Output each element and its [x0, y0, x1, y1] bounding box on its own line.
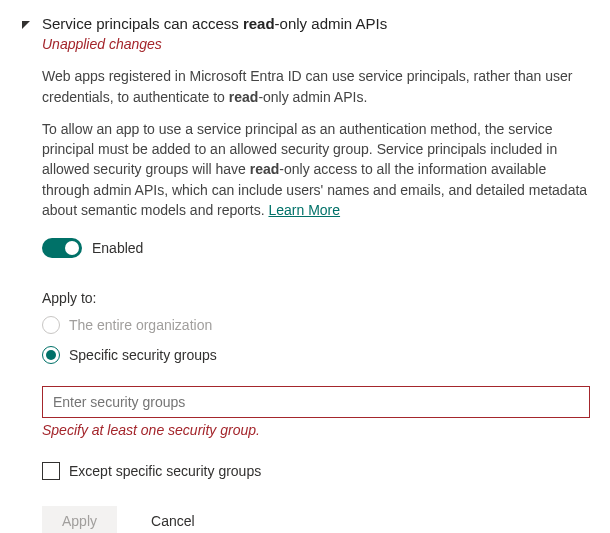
toggle-thumb	[65, 241, 79, 255]
learn-more-link[interactable]: Learn More	[268, 202, 340, 218]
radio-dot-icon	[46, 350, 56, 360]
cancel-button[interactable]: Cancel	[151, 513, 195, 529]
enabled-toggle[interactable]	[42, 238, 82, 258]
enabled-toggle-label: Enabled	[92, 240, 143, 256]
except-groups-checkbox[interactable]: Except specific security groups	[42, 462, 590, 480]
setting-description: Web apps registered in Microsoft Entra I…	[42, 66, 590, 220]
radio-circle-icon	[42, 346, 60, 364]
setting-title: Service principals can access read-only …	[42, 14, 590, 34]
desc-p1-post: -only admin APIs.	[258, 89, 367, 105]
apply-button[interactable]: Apply	[42, 506, 117, 533]
unapplied-changes-label: Unapplied changes	[42, 36, 590, 52]
collapse-icon[interactable]	[20, 18, 32, 30]
apply-to-label: Apply to:	[42, 290, 590, 306]
title-text-pre: Service principals can access	[42, 15, 243, 32]
apply-to-radio-group: The entire organization Specific securit…	[42, 316, 590, 364]
desc-p2-bold: read	[250, 161, 280, 177]
desc-p1-bold: read	[229, 89, 259, 105]
checkbox-box-icon	[42, 462, 60, 480]
except-groups-label: Except specific security groups	[69, 463, 261, 479]
radio-circle-icon	[42, 316, 60, 334]
security-groups-input[interactable]	[42, 386, 590, 418]
radio-entire-org-label: The entire organization	[69, 317, 212, 333]
radio-specific-groups-label: Specific security groups	[69, 347, 217, 363]
radio-entire-org: The entire organization	[42, 316, 590, 334]
title-text-post: -only admin APIs	[275, 15, 388, 32]
radio-specific-groups[interactable]: Specific security groups	[42, 346, 590, 364]
security-groups-error: Specify at least one security group.	[42, 422, 590, 438]
title-text-bold: read	[243, 15, 275, 32]
